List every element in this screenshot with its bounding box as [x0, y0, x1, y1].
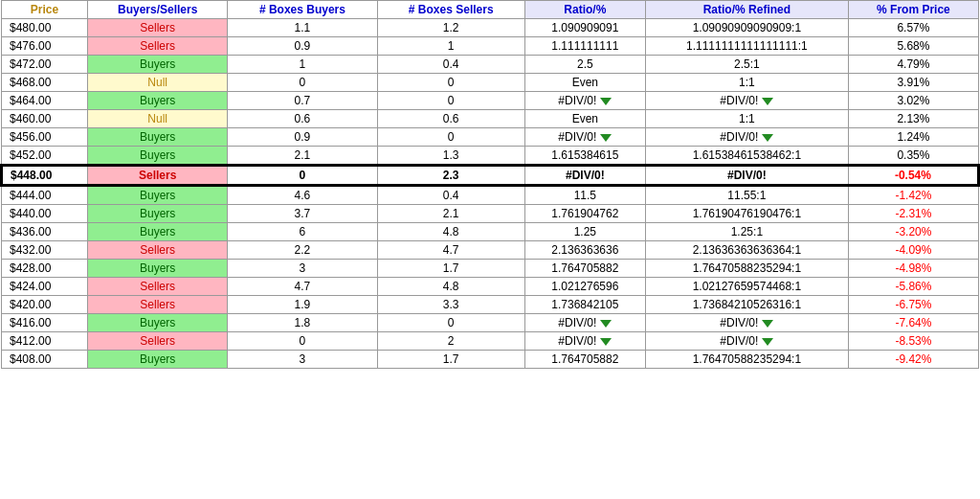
pct-from-price-cell: -1.42%: [848, 186, 978, 205]
boxes-sellers-cell: 0: [377, 314, 524, 332]
bs-cell: Sellers: [88, 241, 228, 260]
triangle-icon: [762, 98, 773, 105]
ratio-refined-cell: #DIV/0!: [645, 92, 848, 110]
pct-from-price-cell: -3.20%: [848, 223, 978, 241]
price-cell: $440.00: [2, 205, 88, 223]
pct-from-price-cell: 4.79%: [848, 56, 978, 74]
boxes-buyers-cell: 4.7: [228, 278, 377, 296]
ratio-refined-cell: 1.61538461538462:1: [645, 147, 848, 166]
boxes-sellers-cell: 1.7: [377, 260, 524, 278]
ratio-refined-cell: 2.13636363636364:1: [645, 241, 848, 260]
ratio-cell: 2.136363636: [524, 241, 645, 260]
boxes-buyers-cell: 0.9: [228, 128, 377, 147]
table-row: $448.00Sellers02.3#DIV/0!#DIV/0!-0.54%: [2, 166, 979, 186]
boxes-buyers-cell: 1: [228, 56, 377, 74]
bs-cell: Null: [88, 110, 228, 128]
ratio-cell: 1.090909091: [524, 19, 645, 37]
ratio-refined-cell: 1.09090909090909:1: [645, 19, 848, 37]
table-row: $472.00Buyers10.42.52.5:14.79%: [2, 56, 979, 74]
triangle-icon: [600, 338, 612, 346]
boxes-sellers-cell: 1.3: [377, 147, 524, 166]
table-row: $432.00Sellers2.24.72.1363636362.1363636…: [2, 241, 979, 260]
table-row: $476.00Sellers0.911.1111111111.111111111…: [2, 37, 979, 56]
bs-cell: Sellers: [88, 166, 228, 186]
price-cell: $444.00: [2, 186, 88, 205]
price-cell: $472.00: [2, 56, 88, 74]
boxes-buyers-cell: 2.2: [228, 241, 377, 260]
boxes-buyers-cell: 2.1: [228, 147, 377, 166]
ratio-refined-cell: 2.5:1: [645, 56, 848, 74]
boxes-sellers-cell: 4.8: [377, 223, 524, 241]
bs-cell: Sellers: [88, 37, 228, 56]
boxes-buyers-cell: 0.6: [228, 110, 377, 128]
boxes-buyers-cell: 0: [228, 166, 377, 186]
boxes-sellers-cell: 3.3: [377, 296, 524, 314]
boxes-buyers-cell: 3: [228, 351, 377, 369]
bs-cell: Buyers: [88, 223, 228, 241]
ratio-cell: 1.111111111: [524, 37, 645, 56]
boxes-buyers-cell: 3: [228, 260, 377, 278]
price-cell: $436.00: [2, 223, 88, 241]
ratio-cell: 1.615384615: [524, 147, 645, 166]
pct-from-price-cell: -7.64%: [848, 314, 978, 332]
ratio-refined-cell: 11.55:1: [645, 186, 848, 205]
boxes-buyers-cell: 3.7: [228, 205, 377, 223]
table-row: $456.00Buyers0.90#DIV/0!#DIV/0!1.24%: [2, 128, 979, 147]
ratio-refined-cell: 1.76190476190476:1: [645, 205, 848, 223]
ratio-cell: 1.25: [524, 223, 645, 241]
boxes-buyers-cell: 0.9: [228, 37, 377, 56]
table-row: $444.00Buyers4.60.411.511.55:1-1.42%: [2, 186, 979, 205]
pct-from-price-cell: -0.54%: [848, 166, 978, 186]
ratio-cell: 1.764705882: [524, 351, 645, 369]
table-row: $412.00Sellers02#DIV/0!#DIV/0!-8.53%: [2, 332, 979, 351]
pct-from-price-cell: -5.86%: [848, 278, 978, 296]
col-header-0: Price: [2, 1, 88, 19]
bs-cell: Sellers: [88, 332, 228, 351]
pct-from-price-cell: -2.31%: [848, 205, 978, 223]
price-cell: $480.00: [2, 19, 88, 37]
table-row: $440.00Buyers3.72.11.7619047621.76190476…: [2, 205, 979, 223]
triangle-icon: [600, 134, 612, 142]
ratio-refined-cell: #DIV/0!: [645, 128, 848, 147]
triangle-icon: [600, 98, 612, 105]
boxes-sellers-cell: 0: [377, 92, 524, 110]
table-row: $460.00Null0.60.6Even1:12.13%: [2, 110, 979, 128]
ratio-refined-cell: 1.76470588235294:1: [645, 260, 848, 278]
pct-from-price-cell: 3.02%: [848, 92, 978, 110]
pct-from-price-cell: 0.35%: [848, 147, 978, 166]
boxes-sellers-cell: 2.3: [377, 166, 524, 186]
price-cell: $460.00: [2, 110, 88, 128]
table-row: $424.00Sellers4.74.81.0212765961.0212765…: [2, 278, 979, 296]
boxes-sellers-cell: 0.6: [377, 110, 524, 128]
pct-from-price-cell: -8.53%: [848, 332, 978, 351]
bs-cell: Sellers: [88, 19, 228, 37]
triangle-icon: [762, 320, 773, 328]
ratio-refined-cell: 1.73684210526316:1: [645, 296, 848, 314]
boxes-buyers-cell: 4.6: [228, 186, 377, 205]
triangle-icon: [600, 320, 612, 328]
ratio-cell: #DIV/0!: [524, 128, 645, 147]
ratio-refined-cell: #DIV/0!: [645, 332, 848, 351]
boxes-buyers-cell: 0: [228, 332, 377, 351]
col-header-4: Ratio/%: [524, 1, 645, 19]
table-row: $452.00Buyers2.11.31.6153846151.61538461…: [2, 147, 979, 166]
bs-cell: Buyers: [88, 147, 228, 166]
ratio-refined-cell: 1.02127659574468:1: [645, 278, 848, 296]
pct-from-price-cell: -6.75%: [848, 296, 978, 314]
table-row: $420.00Sellers1.93.31.7368421051.7368421…: [2, 296, 979, 314]
boxes-buyers-cell: 1.1: [228, 19, 377, 37]
table-row: $480.00Sellers1.11.21.0909090911.0909090…: [2, 19, 979, 37]
table-row: $408.00Buyers31.71.7647058821.7647058823…: [2, 351, 979, 369]
bs-cell: Buyers: [88, 260, 228, 278]
bs-cell: Sellers: [88, 296, 228, 314]
price-cell: $468.00: [2, 74, 88, 92]
boxes-sellers-cell: 0.4: [377, 56, 524, 74]
ratio-cell: Even: [524, 74, 645, 92]
price-cell: $452.00: [2, 147, 88, 166]
pct-from-price-cell: 2.13%: [848, 110, 978, 128]
bs-cell: Buyers: [88, 314, 228, 332]
boxes-buyers-cell: 1.9: [228, 296, 377, 314]
bs-cell: Buyers: [88, 92, 228, 110]
pct-from-price-cell: -4.98%: [848, 260, 978, 278]
table-row: $464.00Buyers0.70#DIV/0!#DIV/0!3.02%: [2, 92, 979, 110]
